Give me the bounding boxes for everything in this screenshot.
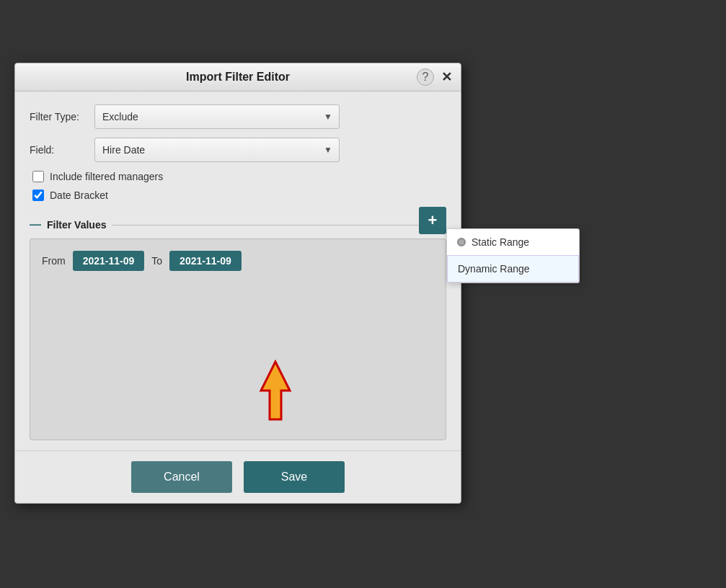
import-filter-dialog: Import Filter Editor ? ✕ Filter Type: Ex…	[14, 63, 461, 504]
dialog-header: Import Filter Editor ? ✕	[15, 63, 461, 92]
to-label: To	[151, 255, 162, 267]
section-divider	[112, 225, 419, 226]
field-select-wrapper: Hire Date ▼	[94, 138, 340, 162]
static-range-radio-icon	[457, 238, 466, 246]
dialog-body: Filter Type: Exclude ▼ Field: Hire Date …	[15, 92, 461, 450]
from-label: From	[42, 255, 66, 267]
filter-type-row: Filter Type: Exclude ▼	[30, 104, 446, 129]
field-select[interactable]: Hire Date	[94, 138, 340, 162]
from-date-badge[interactable]: 2021-11-09	[73, 251, 145, 271]
include-managers-checkbox[interactable]	[32, 171, 44, 182]
static-range-label: Static Range	[472, 236, 529, 248]
close-button[interactable]: ✕	[441, 69, 452, 85]
header-icons: ? ✕	[417, 68, 452, 86]
include-managers-label: Include filtered managers	[50, 171, 163, 182]
static-range-option[interactable]: Static Range	[447, 229, 579, 255]
filter-type-select-wrapper: Exclude ▼	[94, 104, 340, 129]
close-icon: ✕	[441, 70, 452, 84]
cancel-button[interactable]: Cancel	[131, 461, 232, 493]
field-label: Field:	[30, 144, 87, 156]
dynamic-range-option[interactable]: Dynamic Range	[447, 255, 579, 282]
help-icon: ?	[422, 71, 429, 84]
add-button-wrapper: + Static Range Dynamic Range	[419, 207, 446, 234]
filter-values-section: — Filter Values + Static Range Dynamic R…	[30, 208, 446, 239]
range-type-dropdown: Static Range Dynamic Range	[446, 228, 580, 283]
section-header-content: — Filter Values	[30, 218, 419, 231]
filter-type-label: Filter Type:	[30, 111, 87, 122]
date-bracket-checkbox[interactable]	[32, 190, 44, 201]
date-range-row: From 2021-11-09 To 2021-11-09	[42, 251, 434, 271]
svg-marker-0	[261, 362, 290, 419]
dialog-title: Import Filter Editor	[186, 71, 290, 84]
filter-values-title: Filter Values	[47, 219, 106, 231]
filter-values-area: From 2021-11-09 To 2021-11-09	[30, 239, 446, 440]
save-button[interactable]: Save	[244, 461, 345, 493]
field-row: Field: Hire Date ▼	[30, 138, 446, 162]
filter-type-select[interactable]: Exclude	[94, 104, 340, 129]
help-button[interactable]: ?	[417, 68, 434, 86]
dynamic-range-label: Dynamic Range	[458, 263, 530, 275]
date-bracket-row: Date Bracket	[32, 190, 446, 201]
dialog-footer: Cancel Save	[15, 450, 461, 503]
section-dash: —	[30, 218, 41, 231]
arrow-annotation	[232, 355, 319, 427]
include-managers-row: Include filtered managers	[32, 171, 446, 182]
to-date-badge[interactable]: 2021-11-09	[169, 251, 242, 271]
add-filter-button[interactable]: +	[419, 207, 446, 234]
date-bracket-label: Date Bracket	[50, 190, 108, 201]
